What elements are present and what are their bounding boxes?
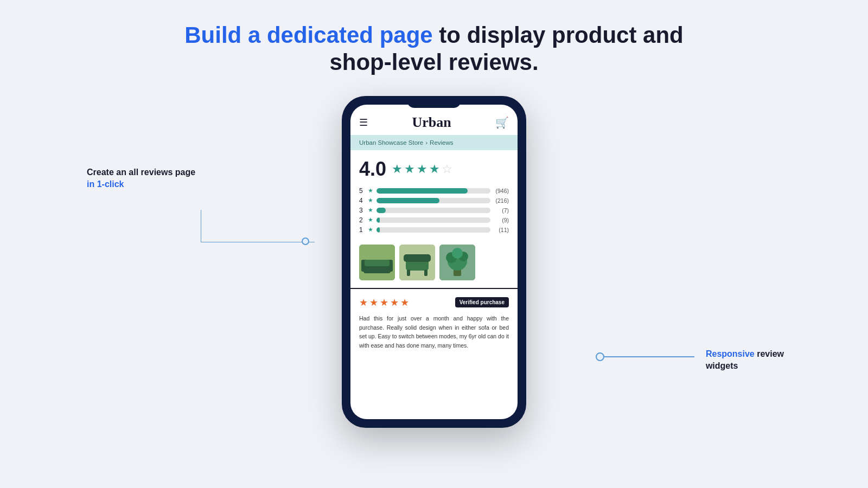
left-annotation-line2: in 1-click <box>87 179 124 189</box>
right-annotation-line2: widgets <box>706 361 738 370</box>
star-5: ☆ <box>442 162 452 176</box>
review-card: ★ ★ ★ ★ ★ Verified purchase Had this for… <box>350 289 518 358</box>
bar-count-2: (9) <box>494 217 509 223</box>
review-star-5: ★ <box>400 297 409 309</box>
left-annotation: Create an all reviews page in 1-click <box>87 166 195 191</box>
rating-bar-row-2: 2 ★ (9) <box>359 216 509 224</box>
bar-label-1: 1 <box>359 226 365 234</box>
review-star-3: ★ <box>380 297 388 309</box>
thumb-sofa[interactable] <box>359 245 395 280</box>
overall-number: 4.0 <box>359 158 386 181</box>
rating-bar-row-5: 5 ★ (946) <box>359 187 509 195</box>
bar-fill-1 <box>376 227 380 233</box>
phone-notch <box>407 96 461 108</box>
phone-mockup: ☰ Urban 🛒 Urban Showcase Store › Reviews… <box>342 96 526 428</box>
bar-track-5 <box>376 188 490 194</box>
svg-rect-7 <box>404 254 431 262</box>
connector-dot-left <box>302 237 309 245</box>
bar-star-5: ★ <box>368 187 373 194</box>
breadcrumb: Urban Showcase Store › Reviews <box>350 135 518 150</box>
breadcrumb-chevron: › <box>425 139 427 146</box>
bar-star-2: ★ <box>368 216 373 223</box>
page-heading: Build a dedicated page to display produc… <box>184 22 683 76</box>
bar-star-1: ★ <box>368 226 373 233</box>
bar-fill-5 <box>376 188 468 194</box>
bar-label-4: 4 <box>359 197 365 204</box>
phone-screen: ☰ Urban 🛒 Urban Showcase Store › Reviews… <box>350 105 518 419</box>
right-annotation: Responsive review widgets <box>706 348 784 373</box>
bar-star-3: ★ <box>368 207 373 214</box>
cart-icon[interactable]: 🛒 <box>495 116 509 129</box>
heading-blue-text: Build a dedicated page <box>184 22 432 48</box>
star-1: ★ <box>392 162 403 176</box>
review-star-4: ★ <box>390 297 399 309</box>
thumb-chair[interactable] <box>399 245 435 280</box>
review-star-1: ★ <box>359 297 368 309</box>
bar-track-1 <box>376 227 490 233</box>
bar-fill-3 <box>376 208 386 213</box>
connector-dot-right <box>596 352 604 361</box>
bar-label-5: 5 <box>359 187 365 195</box>
connector-line-left <box>201 210 315 242</box>
verified-badge: Verified purchase <box>455 297 509 307</box>
rating-bar-row-4: 4 ★ (216) <box>359 197 509 204</box>
bar-track-4 <box>376 198 490 203</box>
rating-bar-row-3: 3 ★ (7) <box>359 207 509 214</box>
right-annotation-blue: Responsive <box>706 349 755 358</box>
hamburger-icon[interactable]: ☰ <box>359 117 368 129</box>
review-header: ★ ★ ★ ★ ★ Verified purchase <box>359 297 509 309</box>
bar-label-3: 3 <box>359 207 365 214</box>
bar-track-2 <box>376 217 490 223</box>
phone-header: ☰ Urban 🛒 <box>350 105 518 135</box>
star-3: ★ <box>417 162 427 176</box>
breadcrumb-page: Reviews <box>430 139 453 146</box>
star-2: ★ <box>404 162 415 176</box>
stars-large: ★ ★ ★ ★ ☆ <box>392 162 452 176</box>
star-4: ★ <box>429 162 440 176</box>
store-title: Urban <box>412 114 451 131</box>
bar-label-2: 2 <box>359 216 365 224</box>
content-area: Create an all reviews page in 1-click ☰ … <box>0 96 868 428</box>
svg-rect-4 <box>365 260 390 266</box>
thumb-plant[interactable] <box>439 245 475 280</box>
overall-rating: 4.0 ★ ★ ★ ★ ☆ <box>359 158 509 181</box>
rating-bars: 5 ★ (946) 4 ★ (216) 3 ★ (7) 2 ★ <box>359 187 509 234</box>
heading-line2: shop-level reviews. <box>329 49 538 75</box>
bar-count-5: (946) <box>494 188 509 194</box>
heading-rest-text: to display product and <box>433 22 684 48</box>
svg-rect-8 <box>407 269 410 276</box>
bar-count-1: (11) <box>494 227 509 233</box>
connector-line-right <box>602 356 694 357</box>
thumbnails-row <box>350 240 518 288</box>
review-text: Had this for just over a month and happy… <box>359 314 509 350</box>
bar-count-4: (216) <box>494 197 509 204</box>
rating-bar-row-1: 1 ★ (11) <box>359 226 509 234</box>
bar-track-3 <box>376 208 490 213</box>
review-star-2: ★ <box>369 297 378 309</box>
svg-point-15 <box>452 248 463 259</box>
left-annotation-line1: Create an all reviews page <box>87 168 195 177</box>
bar-count-3: (7) <box>494 207 509 214</box>
bar-fill-2 <box>376 217 380 223</box>
review-stars: ★ ★ ★ ★ ★ <box>359 297 409 309</box>
breadcrumb-store[interactable]: Urban Showcase Store <box>359 139 423 146</box>
bar-star-4: ★ <box>368 197 373 204</box>
svg-rect-9 <box>424 269 427 276</box>
rating-section: 4.0 ★ ★ ★ ★ ☆ 5 ★ (946) <box>350 150 518 240</box>
bar-fill-4 <box>376 198 439 203</box>
right-annotation-rest: review <box>755 349 784 358</box>
